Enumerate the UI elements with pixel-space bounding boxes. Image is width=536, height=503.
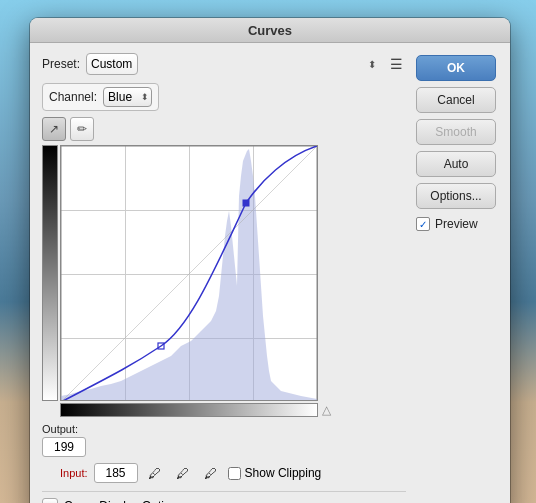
input-label: Input: <box>60 467 88 479</box>
vertical-gradient-bar <box>42 145 58 401</box>
preview-label: Preview <box>435 217 478 231</box>
show-clipping-label: Show Clipping <box>245 466 322 480</box>
black-point-eyedropper-button[interactable]: 🖊 <box>144 463 166 483</box>
output-group: Output: <box>42 423 86 457</box>
white-point-eyedropper-button[interactable]: 🖊 <box>200 463 222 483</box>
channel-select-wrapper: Blue <box>103 87 152 107</box>
channel-label: Channel: <box>49 90 97 104</box>
curve-display-options-label: Curve Display Options <box>64 499 183 503</box>
dialog-title: Curves <box>248 23 292 38</box>
auto-button[interactable]: Auto <box>416 151 496 177</box>
curve-area-wrapper <box>42 145 406 401</box>
input-row: Input: 🖊 🖊 🖊 Show Clipping <box>60 463 406 483</box>
cancel-button[interactable]: Cancel <box>416 87 496 113</box>
curves-dialog: Curves Preset: Custom ☰ Channel: Bl <box>30 18 510 503</box>
preset-row: Preset: Custom ☰ <box>42 53 406 75</box>
preset-select-wrapper: Custom <box>86 53 380 75</box>
horizontal-gradient-bar <box>60 403 318 417</box>
curve-canvas[interactable] <box>60 145 318 401</box>
curve-display-disclosure-button[interactable]: ▼ <box>42 498 58 503</box>
gray-point-eyedropper-button[interactable]: 🖊 <box>172 463 194 483</box>
preset-select[interactable]: Custom <box>86 53 138 75</box>
svg-line-7 <box>61 146 317 400</box>
preset-menu-icon[interactable]: ☰ <box>386 54 406 74</box>
ok-button[interactable]: OK <box>416 55 496 81</box>
output-input-row: Output: <box>42 423 406 457</box>
pointer-tool-button[interactable]: ↗ <box>42 117 66 141</box>
preview-checkbox[interactable]: ✓ <box>416 217 430 231</box>
h-gradient-wrapper: △ <box>60 403 406 417</box>
output-label: Output: <box>42 423 86 435</box>
input-value-input[interactable] <box>94 463 138 483</box>
options-button[interactable]: Options... <box>416 183 496 209</box>
curve-line <box>61 146 317 400</box>
channel-select[interactable]: Blue <box>103 87 152 107</box>
show-clipping-group: Show Clipping <box>228 466 322 480</box>
channel-row: Channel: Blue <box>42 83 159 111</box>
curve-tools: ↗ ✏ <box>42 117 406 141</box>
preset-label: Preset: <box>42 57 80 71</box>
pencil-tool-button[interactable]: ✏ <box>70 117 94 141</box>
dialog-title-bar: Curves <box>30 18 510 43</box>
curve-display-options-row: ▼ Curve Display Options <box>42 491 406 503</box>
smooth-button[interactable]: Smooth <box>416 119 496 145</box>
svg-rect-9 <box>243 200 249 206</box>
left-panel: Preset: Custom ☰ Channel: Blue <box>42 53 406 503</box>
triangle-marker: △ <box>322 403 331 417</box>
right-panel: OK Cancel Smooth Auto Options... ✓ Previ… <box>416 53 498 503</box>
preview-row: ✓ Preview <box>416 217 498 231</box>
output-value-input[interactable] <box>42 437 86 457</box>
show-clipping-checkbox[interactable] <box>228 467 241 480</box>
dialog-body: Preset: Custom ☰ Channel: Blue <box>30 43 510 503</box>
